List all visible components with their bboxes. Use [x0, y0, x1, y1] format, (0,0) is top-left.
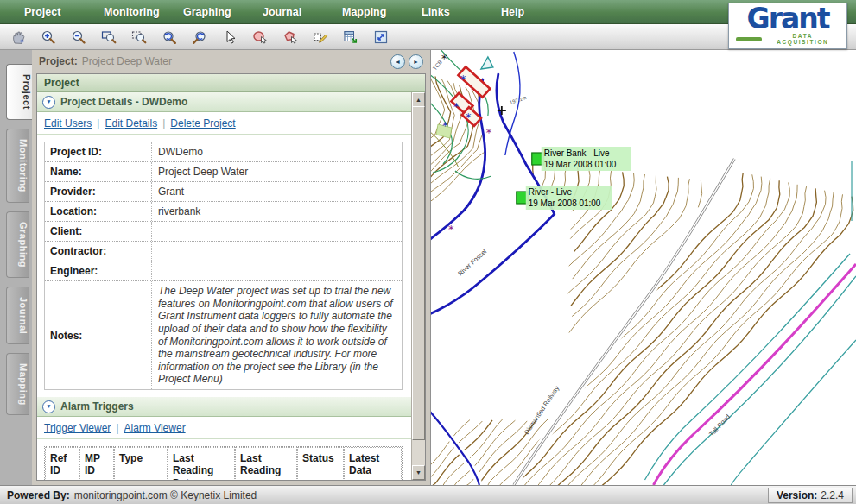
scroll-down-button[interactable]: ▼ [412, 465, 425, 480]
marker-river[interactable]: River - Live 19 Mar 2008 01:00 [517, 186, 612, 210]
select-circle-icon[interactable] [249, 26, 271, 48]
select-polygon-icon[interactable] [279, 26, 301, 48]
map-panel: * * * * * * * 197.1m TCB River Fossel Di… [430, 50, 856, 485]
survey-star-icon: * [466, 110, 472, 123]
panel-header: Project: Project Deep Water ◄ ► [32, 50, 430, 72]
panel-collapse-left-button[interactable]: ◄ [390, 54, 405, 69]
marker-timestamp: 19 Mar 2008 01:00 [529, 198, 601, 208]
field-label: Client: [45, 222, 152, 241]
menu-item-project[interactable]: Project [24, 6, 104, 18]
survey-star-icon: * [453, 100, 460, 113]
project-section-bar: Project [37, 74, 425, 92]
column-type: Type [114, 447, 168, 480]
collapse-alarms-icon[interactable]: ▼ [42, 400, 55, 413]
zoom-next-icon[interactable] [188, 26, 211, 48]
select-pointer-icon[interactable] [219, 26, 241, 48]
marker-title: River - Live [529, 187, 573, 197]
edit-annotation-icon[interactable] [309, 26, 332, 48]
toll-road-line [644, 161, 856, 485]
panel-scrollbar[interactable]: ▲ ▼ [411, 92, 425, 480]
zoom-previous-icon[interactable] [158, 26, 181, 48]
column-last-reading: Last Reading [235, 447, 297, 480]
powered-by-label: Powered By: [7, 489, 70, 501]
zoom-window-icon[interactable] [98, 26, 120, 48]
field-label: Location: [45, 202, 152, 221]
field-value [152, 222, 402, 241]
side-tab-strip: Project Monitoring Graphing Journal Mapp… [0, 50, 32, 485]
triangle-symbol [481, 57, 493, 69]
side-tab-journal[interactable]: Journal [6, 287, 29, 344]
scroll-thumb[interactable] [412, 106, 425, 440]
export-data-icon[interactable] [339, 26, 362, 48]
collapse-details-icon[interactable]: ▼ [42, 96, 55, 109]
survey-star-icon: * [448, 223, 454, 236]
edit-details-link[interactable]: Edit Details [97, 117, 157, 129]
field-row-provider: Provider: Grant [45, 182, 402, 202]
panel-title-label: Project: [39, 55, 78, 67]
status-bar: Powered By: monitoringpoint.com © Keynet… [0, 485, 856, 504]
zoom-out-icon[interactable] [67, 26, 90, 48]
column-ref-id: Ref ID [45, 447, 79, 480]
field-label: Provider: [45, 182, 152, 201]
zoom-in-icon[interactable] [37, 26, 60, 48]
field-row-engineer: Engineer: [45, 261, 402, 281]
menu-item-mapping[interactable]: Mapping [342, 6, 422, 18]
field-value: Grant [152, 182, 402, 201]
zoom-selection-icon[interactable] [128, 26, 150, 48]
powered-by-text: monitoringpoint.com © Keynetix Limited [74, 489, 768, 501]
field-row-name: Name: Project Deep Water [45, 162, 402, 182]
menu-item-graphing[interactable]: Graphing [183, 6, 263, 18]
zoom-extents-icon[interactable] [370, 26, 392, 48]
side-tab-project[interactable]: Project [6, 64, 32, 120]
marker-river-bank[interactable]: River Bank - Live 19 Mar 2008 01:00 [532, 147, 631, 171]
menu-item-journal[interactable]: Journal [263, 6, 342, 18]
project-details-header[interactable]: ▼ Project Details - DWDemo [37, 92, 411, 112]
side-tab-graphing[interactable]: Graphing [6, 211, 29, 278]
column-last-reading-date: Last Reading Date [168, 447, 235, 480]
pan-icon[interactable] [7, 26, 29, 48]
field-value [152, 261, 402, 280]
menu-item-monitoring[interactable]: Monitoring [104, 6, 183, 18]
field-value: The Deep Water project was set up to tri… [152, 281, 402, 389]
field-value [152, 242, 402, 261]
field-row-client: Client: [45, 222, 402, 242]
project-details-title: Project Details - DWDemo [60, 96, 187, 108]
trigger-viewer-link[interactable]: Trigger Viewer [44, 422, 111, 434]
project-panel: Project: Project Deep Water ◄ ► Project … [32, 50, 430, 485]
field-label: Project ID: [45, 142, 152, 161]
project-fields-table: Project ID: DWDemo Name: Project Deep Wa… [44, 142, 403, 390]
field-row-notes: Notes: The Deep Water project was set up… [45, 281, 402, 389]
alarm-table-header: Ref ID MP ID Type Last Reading Date Last… [44, 446, 403, 480]
column-latest-data: Latest Data [344, 447, 402, 480]
side-tab-monitoring[interactable]: Monitoring [6, 129, 29, 203]
delete-project-link[interactable]: Delete Project [162, 117, 236, 129]
menu-item-links[interactable]: Links [422, 6, 501, 18]
field-label: Engineer: [45, 261, 152, 280]
application-window: Project Monitoring Graphing Journal Mapp… [0, 0, 856, 504]
grant-logo: Grant DATA ACQUISITION [728, 3, 847, 49]
survey-star-icon: * [486, 126, 492, 139]
panel-expand-right-button[interactable]: ► [409, 54, 423, 69]
field-label: Name: [45, 162, 152, 181]
column-status: Status [297, 447, 344, 480]
site-map[interactable]: * * * * * * * 197.1m TCB River Fossel Di… [431, 50, 856, 485]
marker-timestamp: 19 Mar 2008 01:00 [544, 160, 617, 169]
side-tab-mapping[interactable]: Mapping [6, 353, 29, 416]
survey-star-icon: * [442, 119, 448, 132]
field-row-project-id: Project ID: DWDemo [45, 142, 402, 162]
field-value: Project Deep Water [152, 162, 402, 181]
survey-star-icon: * [460, 72, 466, 85]
field-value: riverbank [152, 202, 402, 221]
edit-users-link[interactable]: Edit Users [44, 117, 92, 129]
menu-item-help[interactable]: Help [501, 6, 580, 18]
alarm-viewer-link[interactable]: Alarm Viewer [116, 422, 185, 434]
scroll-up-button[interactable]: ▲ [412, 92, 425, 107]
version-label: Version: [777, 489, 817, 501]
logo-brand-text: Grant [729, 4, 846, 34]
marker-title: River Bank - Live [544, 148, 610, 158]
alarm-triggers-header[interactable]: ▼ Alarm Triggers [37, 397, 411, 417]
logo-tagline: DATA ACQUISITION [766, 33, 840, 45]
field-label: Contractor: [45, 242, 152, 261]
panel-box: Project ▼ Project Details - DWDemo Edit … [36, 73, 426, 481]
logo-green-bar [736, 37, 762, 41]
